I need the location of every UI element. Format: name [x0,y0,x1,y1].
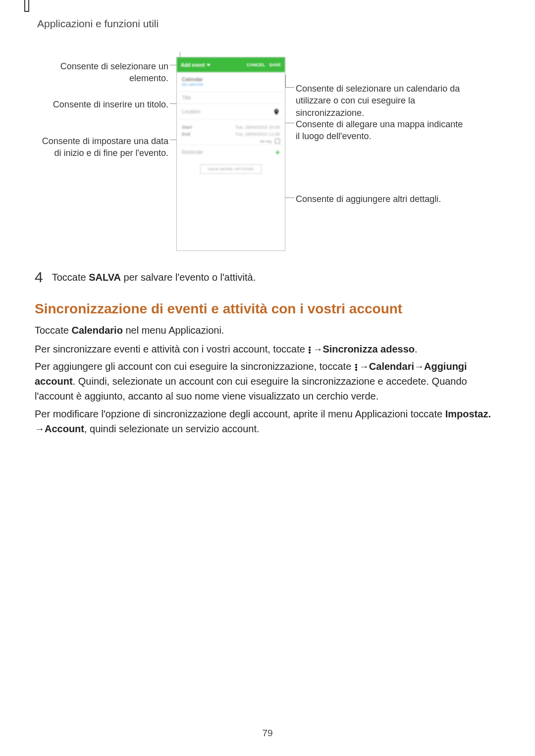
connector [285,75,286,87]
connector [285,87,294,88]
callout-calendar: Consente di selezionare un calendario da… [296,83,464,119]
allday-checkbox[interactable] [275,139,280,144]
title-field[interactable]: Title [177,92,285,103]
add-event-dropdown[interactable]: Add event [181,62,205,68]
page-header: Applicazioni e funzioni utili [37,18,159,30]
connector [285,198,294,198]
start-label: Start [182,125,192,130]
text: per salvare l'evento o l'attività. [121,272,256,283]
step-number: 4 [35,269,43,286]
figure-add-event: Consente di selezionare un elemento. Con… [35,57,500,255]
text-bold: Calendari [369,361,414,372]
chevron-down-icon[interactable] [207,64,211,66]
text: . [415,344,418,354]
reminder-label: Reminder [182,150,203,155]
cancel-button[interactable]: CANCEL [247,62,266,67]
text: , quindi selezionate un servizio account… [84,423,260,434]
text: Per sincronizzare eventi e attività con … [35,344,308,354]
plus-icon[interactable]: + [275,148,280,157]
calendar-label: Calendar [182,77,280,82]
paragraph-3: Per aggiungere gli account con cui esegu… [35,359,500,403]
arrow-icon: → [35,421,45,436]
text-bold: Calendario [71,325,122,336]
calendar-selector[interactable]: Calendar My calendar [177,72,285,92]
text-bold: Impostaz. [445,408,491,419]
text: Per aggiungere gli account con cui esegu… [35,361,354,372]
location-label: Location [182,109,201,114]
overflow-menu-icon [309,346,312,354]
view-more-button[interactable]: VIEW MORE OPTIONS [200,164,261,174]
text-bold: Sincronizza adesso [322,344,415,354]
callout-location: Consente di allegare una mappa indicante… [296,118,464,143]
paragraph-2: Per sincronizzare eventi e attività con … [35,342,500,356]
step-4: 4 Toccate SALVA per salvare l'evento o l… [35,269,256,286]
text: . Quindi, selezionate un account con cui… [35,376,467,402]
phone-topbar: Add event CANCEL SAVE [177,57,285,72]
view-more-row: VIEW MORE OPTIONS [177,159,285,179]
step-text: Toccate SALVA per salvare l'evento o l'a… [52,272,256,283]
overflow-menu-icon [355,363,358,371]
callout-dropdown: Consente di selezionare un elemento. [35,60,168,85]
phone-mock: Add event CANCEL SAVE Calendar My calend… [176,57,285,251]
dates-section[interactable]: Start Tue, 28/04/2015 10:00 End Tue, 28/… [177,119,285,145]
end-label: End [182,132,190,137]
text: Toccate [35,325,71,336]
calendar-value: My calendar [182,82,280,87]
page-tab-marker [24,0,29,12]
paragraph-1: Toccate Calendario nel menu Applicazioni… [35,323,500,338]
text: Per modificare l'opzione di sincronizzaz… [35,408,445,419]
save-button[interactable]: SAVE [269,62,281,67]
text: nel menu Applicazioni. [123,325,224,336]
text: Toccate [52,272,89,283]
callout-viewmore: Consente di aggiungere altri dettagli. [296,193,464,205]
paragraph-4: Per modificare l'opzione di sincronizzaz… [35,406,500,436]
text-bold: Account [45,423,84,434]
arrow-icon: → [414,359,424,374]
connector [285,123,294,123]
section-heading: Sincronizzazione di eventi e attività co… [35,301,402,317]
text-bold: SALVA [89,272,121,283]
callout-dates: Consente di impostare una data di inizio… [35,135,168,159]
end-value: Tue, 28/04/2015 11:00 [235,132,280,137]
arrow-icon: → [359,359,369,374]
location-field[interactable]: Location [177,103,285,119]
map-pin-icon[interactable] [273,108,280,115]
arrow-icon: → [313,342,322,356]
page-number: 79 [0,728,535,739]
start-value: Tue, 28/04/2015 10:00 [235,125,280,130]
reminder-field[interactable]: Reminder + [177,145,285,159]
connector [170,140,177,140]
allday-label: All day [260,139,272,144]
callout-title: Consente di inserire un titolo. [35,99,168,110]
